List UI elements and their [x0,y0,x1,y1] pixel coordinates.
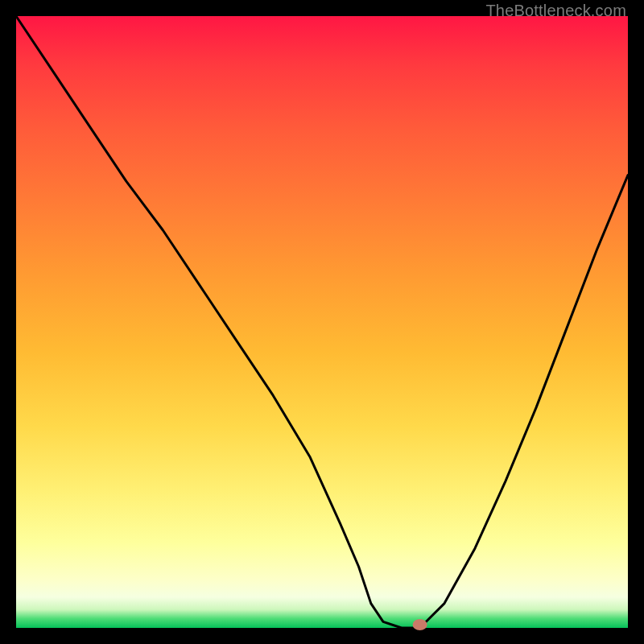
chart-frame: TheBottleneck.com [0,0,644,644]
attribution-label: TheBottleneck.com [485,2,626,20]
optimum-marker [413,619,427,630]
curve-svg [16,16,628,628]
plot-area [16,16,628,628]
bottleneck-curve-line [16,16,628,628]
